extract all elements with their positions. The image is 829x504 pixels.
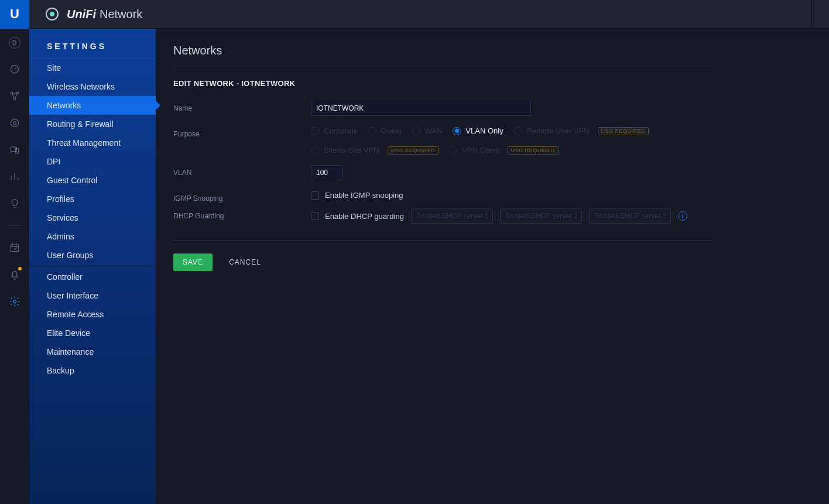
save-button[interactable]: SAVE <box>173 253 213 271</box>
purpose-radio-remote-user-vpn: Remote User VPNUSG REQUIRED <box>514 126 649 135</box>
vlan-input[interactable] <box>311 165 342 180</box>
nav-separator <box>29 266 156 266</box>
radio-label: VLAN Only <box>465 126 503 135</box>
trusted-dhcp-3[interactable] <box>589 208 671 224</box>
alerts-icon[interactable] <box>8 268 21 281</box>
checkbox-box <box>311 191 319 200</box>
sidebar-item-site[interactable]: Site <box>29 59 156 77</box>
insights-icon[interactable] <box>8 197 21 210</box>
sidebar-item-maintenance[interactable]: Maintenance <box>29 342 156 361</box>
devices-icon[interactable] <box>8 116 21 129</box>
sidebar-item-user-groups[interactable]: User Groups <box>29 246 156 265</box>
settings-sidebar: SETTINGS SiteWireless NetworksNetworksRo… <box>29 29 156 504</box>
settings-icon[interactable] <box>8 295 21 308</box>
rail-separator <box>8 225 21 226</box>
settings-nav: SiteWireless NetworksNetworksRouting & F… <box>29 59 156 380</box>
svg-rect-7 <box>15 149 18 153</box>
label-vlan: VLAN <box>173 165 311 177</box>
usg-required-badge: USG REQUIRED <box>598 127 649 135</box>
sidebar-title: SETTINGS <box>29 29 156 59</box>
usg-required-badge: USG REQUIRED <box>388 146 439 155</box>
events-icon[interactable] <box>8 241 21 254</box>
sidebar-item-profiles[interactable]: Profiles <box>29 190 156 208</box>
radio-label: Remote User VPN <box>527 126 590 135</box>
purpose-radio-guest: Guest <box>368 126 402 135</box>
dhcp-checkbox-label: Enable DHCP guarding <box>325 212 404 221</box>
topbar: U UniFi Network <box>0 0 829 29</box>
page-title: Networks <box>173 44 801 57</box>
sidebar-item-threat-management[interactable]: Threat Management <box>29 133 156 152</box>
sidebar-item-services[interactable]: Services <box>29 208 156 227</box>
sidebar-item-wireless-networks[interactable]: Wireless Networks <box>29 77 156 96</box>
svg-rect-8 <box>11 245 18 252</box>
radio-dot <box>514 127 522 135</box>
svg-point-4 <box>11 119 18 126</box>
network-name-input[interactable] <box>311 101 531 116</box>
radio-label: Guest <box>381 126 402 135</box>
controller-icon[interactable] <box>46 8 59 20</box>
icon-rail: D <box>0 29 29 504</box>
topbar-right <box>811 0 829 28</box>
brand-logo[interactable]: U <box>0 0 29 29</box>
sidebar-item-admins[interactable]: Admins <box>29 227 156 246</box>
radio-label: Site-to-Site VPN <box>324 146 379 155</box>
radio-dot <box>412 127 420 135</box>
trusted-dhcp-2[interactable] <box>500 208 582 224</box>
svg-point-9 <box>13 300 16 303</box>
igmp-checkbox-label: Enable IGMP snooping <box>325 191 403 200</box>
edit-network-form: Name Purpose CorporateGuestWANVLAN OnlyR… <box>173 101 712 271</box>
label-igmp: IGMP Snooping <box>173 191 311 203</box>
sidebar-item-networks[interactable]: Networks <box>29 96 156 115</box>
purpose-radio-corporate: Corporate <box>311 126 358 135</box>
radio-label: VPN Client <box>462 146 499 155</box>
purpose-radio-wan: WAN <box>412 126 443 135</box>
dhcp-checkbox[interactable]: Enable DHCP guarding <box>311 212 404 221</box>
usg-required-badge: USG REQUIRED <box>508 146 559 155</box>
sidebar-item-controller[interactable]: Controller <box>29 268 156 286</box>
igmp-checkbox[interactable]: Enable IGMP snooping <box>311 191 403 200</box>
cancel-button[interactable]: CANCEL <box>225 258 265 267</box>
purpose-radio-vpn-client: VPN ClientUSG REQUIRED <box>449 146 559 155</box>
radio-dot <box>311 127 319 135</box>
purpose-radio-group: CorporateGuestWANVLAN OnlyRemote User VP… <box>311 126 712 155</box>
sidebar-item-routing-firewall[interactable]: Routing & Firewall <box>29 115 156 133</box>
brand-unifi: UniFi <box>67 8 96 21</box>
section-title: EDIT NETWORK - IOTNETWORK <box>173 79 801 88</box>
trusted-dhcp-1[interactable] <box>411 208 493 224</box>
radio-dot <box>453 127 461 135</box>
main-content: Networks EDIT NETWORK - IOTNETWORK Name … <box>156 29 829 504</box>
sidebar-item-guest-control[interactable]: Guest Control <box>29 171 156 190</box>
purpose-radio-vlan-only[interactable]: VLAN Only <box>453 126 503 135</box>
topology-icon[interactable] <box>8 90 21 102</box>
sidebar-item-backup[interactable]: Backup <box>29 361 156 380</box>
purpose-radio-site-to-site-vpn: Site-to-Site VPNUSG REQUIRED <box>311 146 439 155</box>
clients-icon[interactable] <box>8 143 21 156</box>
sidebar-item-remote-access[interactable]: Remote Access <box>29 305 156 324</box>
dashboard-icon[interactable] <box>8 63 21 76</box>
radio-dot <box>449 146 457 155</box>
brand-network: Network <box>100 8 142 21</box>
sidebar-item-user-interface[interactable]: User Interface <box>29 286 156 305</box>
radio-dot <box>311 146 319 155</box>
brand-text: UniFi Network <box>67 8 142 21</box>
divider <box>173 240 712 241</box>
info-icon[interactable]: i <box>678 211 687 221</box>
label-purpose: Purpose <box>173 126 311 138</box>
statistics-icon[interactable] <box>8 170 21 183</box>
svg-point-3 <box>13 98 15 100</box>
radio-label: WAN <box>425 126 443 135</box>
user-avatar[interactable]: D <box>9 37 20 49</box>
label-name: Name <box>173 101 311 112</box>
divider <box>173 66 712 66</box>
label-dhcp: DHCP Guarding <box>173 208 311 220</box>
sidebar-item-dpi[interactable]: DPI <box>29 152 156 171</box>
radio-label: Corporate <box>324 126 358 135</box>
svg-point-5 <box>13 122 16 125</box>
sidebar-item-elite-device[interactable]: Elite Device <box>29 324 156 342</box>
checkbox-box <box>311 212 319 220</box>
radio-dot <box>368 127 376 135</box>
